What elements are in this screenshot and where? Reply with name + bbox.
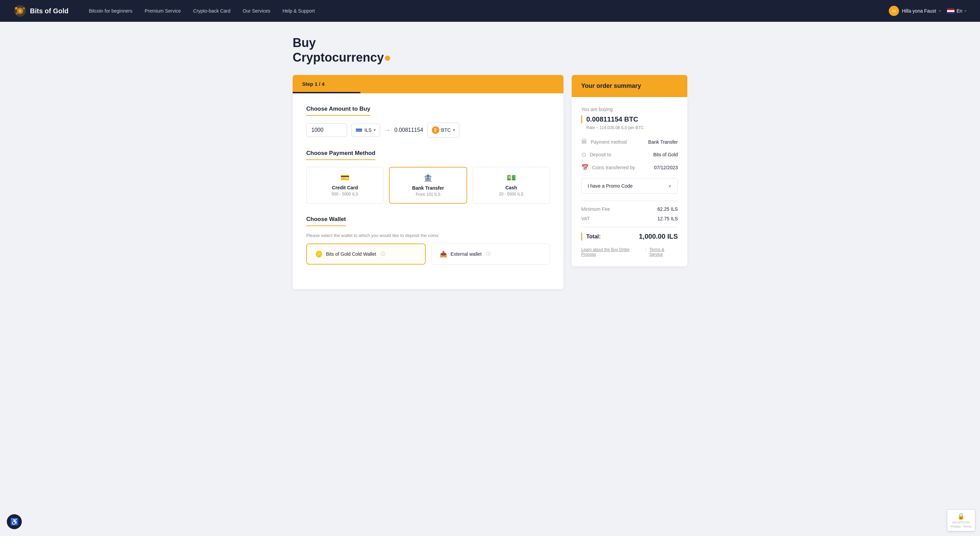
nav-crypto-back[interactable]: Crypto-back Card [193,8,231,14]
you-are-buying-label: You are buying [581,107,678,112]
link-divider: | [646,247,646,257]
payment-credit-card[interactable]: 💳 Credit Card 500 - 5000 ILS [306,167,383,204]
amount-input[interactable] [306,123,347,137]
amount-row: ILS ▾ → 0.00811154 ₿ BTC ▾ [306,123,550,137]
svg-point-5 [16,13,18,14]
payment-method-label: Payment method [591,139,627,145]
promo-chevron-icon: ∨ [668,183,671,188]
cash-range: 20 - 5000 ILS [480,192,542,196]
order-header: Your order summary [572,75,687,97]
payment-methods: 💳 Credit Card 500 - 5000 ILS 🏦 Bank Tran… [306,167,550,204]
nav-links: Bitcoin for beginners Premium Service Cr… [89,8,889,14]
step-progress-bar [293,92,360,93]
page-title: Buy Cryptocurrency● [293,35,687,65]
btc-amount-display: 0.00811154 [395,127,423,133]
order-detail-payment: 🏛 Payment method Bank Transfer [581,138,678,145]
transfer-icon: 📅 [581,164,589,171]
payment-section: Choose Payment Method 💳 Credit Card 500 … [306,150,550,204]
learn-link[interactable]: Learn about the Buy Order Process [581,247,643,257]
nav-help[interactable]: Help & Support [282,8,315,14]
terms-link[interactable]: Terms & Service [649,247,678,257]
accessibility-icon: ♿ [10,518,19,526]
step-header: Step 1 / 4 [293,75,563,93]
transfer-label: Coins transferred by [592,165,635,170]
ils-label: ILS [364,128,372,133]
brand-name: Bits of Gold [30,7,68,15]
btc-label: BTC [441,128,451,133]
fee-row-vat: VAT 12.75 ILS [581,216,678,221]
svg-point-4 [23,8,25,10]
wallet-section: Choose Wallet Please select the wallet t… [306,216,550,265]
promo-code-section[interactable]: I have a Promo Code ∨ [581,178,678,194]
payment-method-icon: 🏛 [581,138,587,145]
order-detail-deposit: ⊙ Deposit to Bits of Gold [581,151,678,158]
credit-card-icon: 💳 [314,173,375,182]
recaptcha-text2: Privacy · Terms [951,525,972,528]
cash-icon: 💵 [480,173,542,182]
transfer-value: 07/12/2023 [654,165,678,170]
user-chevron-icon: ▾ [939,8,941,13]
brand-logo-icon [14,5,27,18]
payment-section-title: Choose Payment Method [306,150,375,160]
recaptcha-badge: 🔒 reCAPTCHA Privacy · Terms [947,509,975,531]
min-fee-value: 62.25 ILS [657,206,678,212]
nav-beginners[interactable]: Bitcoin for beginners [89,8,132,14]
language-label: En [956,8,962,14]
order-detail-deposit-left: ⊙ Deposit to [581,151,611,158]
credit-card-range: 500 - 5000 ILS [314,192,375,196]
wallet-options: 🪙 Bits of Gold Cold Wallet ⓘ 📤 External … [306,244,550,265]
svg-point-2 [18,9,22,13]
btc-chevron-icon: ▾ [453,128,455,132]
nav-services[interactable]: Our Services [243,8,270,14]
navbar-right: H Hilla yona Faust ▾ En ▾ [889,6,966,16]
total-row: Total: 1,000.00 ILS [581,233,678,241]
user-avatar: H [889,6,899,16]
bits-wallet-name: Bits of Gold Cold Wallet [326,251,376,257]
btc-icon: ₿ [432,126,439,134]
brand[interactable]: Bits of Gold [14,5,68,18]
order-btc-amount: 0.00811154 BTC [581,115,678,123]
amount-section: Choose Amount to Buy ILS ▾ → 0.00811154 … [306,105,550,137]
language-selector[interactable]: En ▾ [947,8,966,14]
accessibility-button[interactable]: ♿ [7,514,22,529]
btc-currency-select[interactable]: ₿ BTC ▾ [427,123,460,137]
title-line1: Buy [293,36,316,50]
form-panel: Choose Amount to Buy ILS ▾ → 0.00811154 … [293,93,563,289]
user-name: Hilla yona Faust [902,8,936,14]
ils-currency-select[interactable]: ILS ▾ [351,124,380,137]
order-links: Learn about the Buy Order Process | Term… [581,247,678,257]
cash-name: Cash [480,185,542,190]
wallet-bits-of-gold[interactable]: 🪙 Bits of Gold Cold Wallet ⓘ [306,244,426,265]
arrow-icon: → [384,127,390,134]
fee-row-min: Minimum Fee 62.25 ILS [581,206,678,212]
bits-wallet-icon: 🪙 [315,250,323,258]
nav-premium[interactable]: Premium Service [145,8,181,14]
external-wallet-info-icon[interactable]: ⓘ [486,251,491,257]
vat-label: VAT [581,216,590,221]
order-detail-payment-left: 🏛 Payment method [581,138,627,145]
divider-1 [581,201,678,201]
external-wallet-name: External wallet [450,251,482,257]
lang-chevron-icon: ▾ [964,8,966,13]
right-panel: Your order summary You are buying 0.0081… [572,75,687,266]
page-content: Buy Cryptocurrency● Step 1 / 4 Choose Am… [286,22,694,303]
svg-point-3 [15,7,18,10]
order-rate-text: Rate – 114,035.08 ILS per-BTC [581,125,678,130]
payment-cash[interactable]: 💵 Cash 20 - 5000 ILS [473,167,550,204]
step-label: Step 1 / 4 [302,81,325,87]
user-menu[interactable]: H Hilla yona Faust ▾ [889,6,940,16]
recaptcha-text1: reCAPTCHA [953,521,970,524]
order-detail-transfer: 📅 Coins transferred by 07/12/2023 [581,164,678,171]
bits-wallet-info-icon[interactable]: ⓘ [381,251,385,257]
recaptcha-logo-icon: 🔒 [957,512,965,520]
navbar: Bits of Gold Bitcoin for beginners Premi… [0,0,980,22]
ils-chevron-icon: ▾ [374,128,375,132]
main-layout: Step 1 / 4 Choose Amount to Buy ILS ▾ [293,75,687,289]
wallet-section-title: Choose Wallet [306,216,346,226]
wallet-external[interactable]: 📤 External wallet ⓘ [431,244,550,265]
deposit-value: Bits of Gold [653,152,678,157]
payment-bank-transfer[interactable]: 🏦 Bank Transfer From 101 ILS [389,167,467,204]
external-wallet-icon: 📤 [440,250,447,258]
title-dot: ● [384,50,391,64]
total-label: Total: [586,234,601,240]
